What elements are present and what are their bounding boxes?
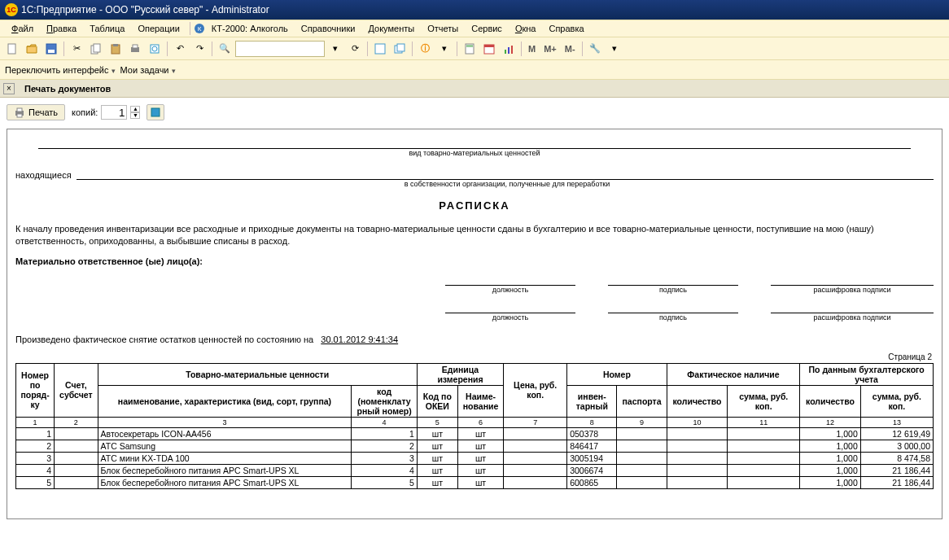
redo-icon[interactable]: ↷: [190, 40, 208, 58]
menu-edit[interactable]: Правка: [40, 22, 83, 35]
print-button[interactable]: Печать: [7, 104, 65, 120]
copy-icon[interactable]: [87, 40, 105, 58]
col-number: 11: [728, 417, 800, 427]
copies-spinner: ▲ ▼: [130, 106, 140, 119]
svg-rect-15: [397, 44, 405, 51]
sig-line: [771, 302, 934, 313]
menu-references[interactable]: Справочники: [295, 22, 362, 35]
table-cell: [55, 452, 98, 464]
toolbar-separator: [63, 42, 64, 56]
table-cell: Блок бесперебойного питания APC Smart-UP…: [98, 476, 352, 488]
th-name: наименование, характеристика (вид, сорт,…: [98, 385, 352, 417]
table-cell: 2: [352, 440, 417, 452]
col-number: 5: [417, 417, 457, 427]
spin-down-icon[interactable]: ▼: [130, 112, 140, 119]
table-cell: [728, 427, 800, 440]
th-uname: Наиме-нование: [457, 385, 503, 417]
th-inv: инвен-тарный: [567, 385, 617, 417]
table-cell: [667, 427, 728, 440]
table-cell: [617, 464, 667, 476]
table-cell: [667, 452, 728, 464]
table-cell: шт: [417, 440, 457, 452]
report-icon[interactable]: [500, 40, 518, 58]
date-row: Произведено фактическое снятие остатков …: [15, 335, 934, 344]
svg-rect-17: [466, 45, 473, 47]
new-icon[interactable]: [3, 40, 21, 58]
refresh-icon[interactable]: ⟳: [346, 40, 364, 58]
sig-position-label: должность: [445, 313, 575, 322]
spin-up-icon[interactable]: ▲: [130, 106, 140, 112]
toolbar-separator: [167, 42, 168, 56]
table-cell: 5: [352, 476, 417, 488]
undo-icon[interactable]: ↶: [171, 40, 189, 58]
search-combo[interactable]: [235, 41, 325, 57]
dropdown-icon[interactable]: ▾: [435, 40, 453, 58]
memory-m[interactable]: M: [525, 44, 539, 54]
search-icon[interactable]: 🔍: [216, 40, 234, 58]
menu-operations[interactable]: Операции: [131, 22, 186, 35]
kt-logo-icon: К: [194, 23, 205, 34]
table-row[interactable]: 5Блок бесперебойного питания APC Smart-U…: [16, 476, 934, 488]
menu-service[interactable]: Сервис: [465, 22, 509, 35]
table-row[interactable]: 2АТС Samsung2штшт8464171,0003 000,00: [16, 440, 934, 452]
save-icon[interactable]: [42, 40, 60, 58]
open-icon[interactable]: [23, 40, 41, 58]
table-cell: [728, 452, 800, 464]
menu-windows[interactable]: Окна: [509, 22, 543, 35]
th-pass: паспорта: [617, 385, 667, 417]
preview-icon[interactable]: [146, 40, 164, 58]
toolbar-separator: [582, 42, 583, 56]
sig-sign-label: подпись: [608, 313, 738, 322]
copies-input[interactable]: [101, 105, 127, 120]
table-cell: 1,000: [800, 464, 861, 476]
switch-interface-link[interactable]: Переключить интерфейс ▾: [5, 65, 116, 75]
field-line: [77, 168, 934, 180]
printer-icon: [14, 107, 25, 118]
window-icon[interactable]: [371, 40, 389, 58]
table-cell: [728, 464, 800, 476]
sig-line: [445, 274, 575, 286]
info-icon[interactable]: ⓘ: [416, 40, 434, 58]
menu-help[interactable]: Справка: [542, 22, 590, 35]
table-cell: 3 000,00: [860, 440, 933, 452]
sig-line: [608, 302, 738, 313]
tools-icon[interactable]: 🔧: [586, 40, 604, 58]
menu-kt2000[interactable]: КТ-2000: Алкоголь: [205, 22, 295, 35]
calendar-icon[interactable]: [480, 40, 498, 58]
th-fact: Фактическое наличие: [667, 363, 800, 385]
paste-icon[interactable]: [107, 40, 125, 58]
titlebar: 1C 1С:Предприятие - ООО "Русский север" …: [0, 0, 949, 20]
calc-icon[interactable]: [461, 40, 479, 58]
toolbar: ✂ ↶ ↷ 🔍 ▾ ⟳ ⓘ ▾ M M+ M- 🔧 ▾: [0, 37, 949, 60]
memory-mminus[interactable]: M-: [562, 44, 579, 54]
col-number: 8: [567, 417, 617, 427]
col-number: 6: [457, 417, 503, 427]
menu-reports[interactable]: Отчеты: [421, 22, 465, 35]
table-cell: 21 186,44: [860, 464, 933, 476]
table-cell: 1,000: [800, 440, 861, 452]
svg-rect-6: [94, 44, 100, 52]
settings-button[interactable]: [147, 104, 164, 120]
th-book: По данным бухгалтерского учета: [800, 363, 934, 385]
menu-table[interactable]: Таблица: [83, 22, 131, 35]
table-cell: 600865: [567, 476, 617, 488]
table-cell: [55, 464, 98, 476]
cut-icon[interactable]: ✂: [68, 40, 85, 58]
dropdown-icon[interactable]: ▾: [326, 40, 344, 58]
table-cell: [667, 464, 728, 476]
memory-mplus[interactable]: M+: [540, 44, 560, 54]
menu-documents[interactable]: Документы: [361, 22, 421, 35]
menu-file[interactable]: Файл: [5, 22, 40, 35]
close-tab-icon[interactable]: ×: [3, 83, 15, 94]
sig-line: [608, 274, 738, 286]
table-row[interactable]: 3АТС мини KX-TDA 1003штшт30051941,0008 4…: [16, 452, 934, 464]
copy-window-icon[interactable]: [391, 40, 409, 58]
dropdown-icon[interactable]: ▾: [606, 40, 623, 58]
table-cell: 1,000: [800, 476, 861, 488]
print-icon[interactable]: [126, 40, 144, 58]
table-cell: шт: [457, 464, 503, 476]
my-tasks-link[interactable]: Мои задачи ▾: [120, 65, 176, 75]
table-row[interactable]: 1Автосекретарь ICON-AA4561штшт0503781,00…: [16, 427, 934, 440]
th-sum2: сумма, руб. коп.: [860, 385, 933, 417]
table-row[interactable]: 4Блок бесперебойного питания APC Smart-U…: [16, 464, 934, 476]
